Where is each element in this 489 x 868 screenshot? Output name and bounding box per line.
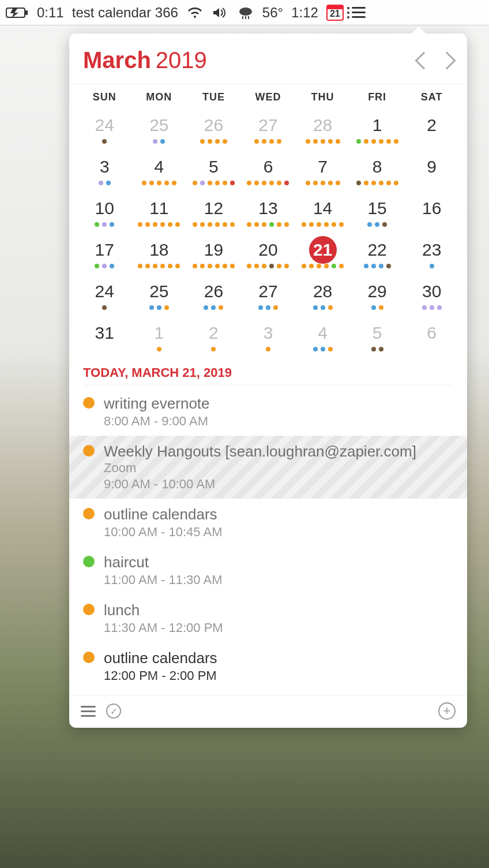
day-cell[interactable]: 1	[350, 109, 405, 148]
day-cell[interactable]: 6	[241, 151, 296, 190]
event-dot-icon	[247, 264, 251, 268]
event-dot-icon	[223, 139, 227, 144]
event-dot-icon	[168, 264, 172, 268]
day-cell[interactable]: 10	[77, 192, 132, 231]
day-cell[interactable]: 28	[295, 275, 350, 315]
reminders-menubar-icon[interactable]	[352, 7, 366, 18]
event-dot-icon	[328, 181, 333, 185]
day-cell[interactable]: 7	[295, 151, 350, 190]
day-cell[interactable]: 26	[186, 109, 241, 148]
day-cell[interactable]: 27	[241, 275, 296, 315]
event-dots	[266, 347, 270, 354]
day-cell[interactable]: 6	[404, 317, 459, 356]
event-dot-icon	[379, 181, 383, 185]
day-cell[interactable]: 18	[132, 234, 187, 273]
event-dot-icon	[110, 264, 114, 268]
day-cell[interactable]: 24	[77, 275, 132, 315]
day-cell[interactable]: 25	[132, 109, 187, 148]
event-dot-icon	[339, 222, 344, 227]
calendar-menubar-icon[interactable]: 21	[326, 5, 344, 21]
day-cell[interactable]: 25	[132, 275, 187, 315]
event-item[interactable]: outline calendars12:00 PM - 2:00 PM	[69, 642, 467, 690]
event-dot-icon	[277, 222, 281, 227]
prev-month-button[interactable]	[415, 51, 432, 69]
day-cell[interactable]: 5	[186, 151, 241, 190]
day-cell[interactable]: 12	[186, 192, 241, 231]
menu-button[interactable]	[81, 706, 96, 717]
wifi-icon[interactable]	[186, 6, 204, 19]
event-dot-icon	[230, 222, 235, 227]
day-number: 27	[254, 111, 282, 139]
event-dot-icon	[277, 181, 281, 185]
event-dot-icon	[356, 181, 361, 185]
day-cell[interactable]: 3	[77, 151, 132, 190]
event-dots	[102, 305, 107, 312]
menubar-timer[interactable]: 0:11	[37, 5, 64, 21]
day-number: 1	[145, 319, 173, 347]
event-dots	[364, 264, 391, 271]
day-cell[interactable]: 4	[132, 151, 187, 190]
menubar-temperature[interactable]: 56°	[262, 5, 283, 21]
day-cell[interactable]: 29	[350, 275, 405, 315]
event-dot-icon	[157, 347, 161, 351]
day-number: 6	[254, 153, 282, 181]
day-cell[interactable]: 14	[295, 192, 350, 231]
event-dot-icon	[284, 181, 289, 185]
day-cell[interactable]: 20	[241, 234, 296, 273]
event-item[interactable]: writing evernote8:00 AM - 9:00 AM	[69, 388, 467, 436]
day-cell[interactable]: 2	[404, 109, 459, 148]
volume-icon[interactable]	[212, 6, 229, 19]
day-cell[interactable]: 30	[404, 275, 459, 315]
day-cell[interactable]: 8	[350, 151, 405, 190]
event-dot-icon	[200, 181, 205, 185]
day-cell[interactable]: 22	[350, 234, 405, 273]
day-cell[interactable]: 23	[404, 234, 459, 273]
event-dot-icon	[277, 264, 281, 268]
day-cell[interactable]: 24	[77, 109, 132, 148]
event-item[interactable]: Weekly Hangouts [sean.loughran@zapier.co…	[69, 436, 467, 499]
event-time: 8:00 AM - 9:00 AM	[104, 414, 453, 429]
day-cell[interactable]: 2	[186, 317, 241, 356]
event-dots	[247, 264, 289, 271]
battery-charging-icon	[6, 6, 29, 19]
next-month-button[interactable]	[438, 51, 456, 69]
day-number: 16	[418, 194, 446, 222]
day-cell[interactable]: 4	[295, 317, 350, 356]
event-dot-icon	[321, 347, 325, 351]
event-dots	[95, 264, 114, 271]
day-cell[interactable]: 11	[132, 192, 187, 231]
event-item[interactable]: haircut11:00 AM - 11:30 AM	[69, 547, 467, 594]
event-dots	[102, 139, 107, 146]
event-item[interactable]: outline calendars10:00 AM - 10:45 AM	[69, 499, 467, 547]
day-cell[interactable]: 1	[132, 317, 187, 356]
day-cell[interactable]: 13	[241, 192, 296, 231]
day-cell[interactable]: 31	[77, 317, 132, 356]
day-cell[interactable]: 27	[241, 109, 296, 148]
day-cell[interactable]: 28	[295, 109, 350, 148]
reminders-toggle-button[interactable]: ✓	[106, 704, 121, 719]
event-body: haircut11:00 AM - 11:30 AM	[104, 553, 453, 588]
event-dots	[211, 347, 216, 354]
day-cell[interactable]: 17	[77, 234, 132, 273]
day-cell[interactable]: 21	[295, 234, 350, 273]
add-event-button[interactable]: +	[438, 702, 456, 720]
event-dot-icon	[145, 222, 150, 227]
day-cell[interactable]: 16	[404, 192, 459, 231]
day-cell[interactable]: 3	[241, 317, 296, 356]
menubar-clock[interactable]: 1:12	[291, 5, 318, 21]
event-item[interactable]: lunch11:30 AM - 12:00 PM	[69, 594, 467, 642]
day-number: 18	[145, 236, 173, 264]
event-dots	[302, 264, 344, 271]
weather-icon[interactable]	[237, 6, 254, 20]
event-dot-icon	[175, 264, 180, 268]
day-cell[interactable]: 26	[186, 275, 241, 315]
menubar-event-title[interactable]: test calendar 366	[72, 5, 178, 21]
day-cell[interactable]: 5	[350, 317, 405, 356]
event-dots	[200, 139, 227, 146]
day-cell[interactable]: 15	[350, 192, 405, 231]
day-cell[interactable]: 19	[186, 234, 241, 273]
event-dot-icon	[437, 305, 442, 310]
event-dot-icon	[375, 222, 379, 227]
event-dot-icon	[317, 222, 321, 227]
day-cell[interactable]: 9	[404, 151, 459, 190]
